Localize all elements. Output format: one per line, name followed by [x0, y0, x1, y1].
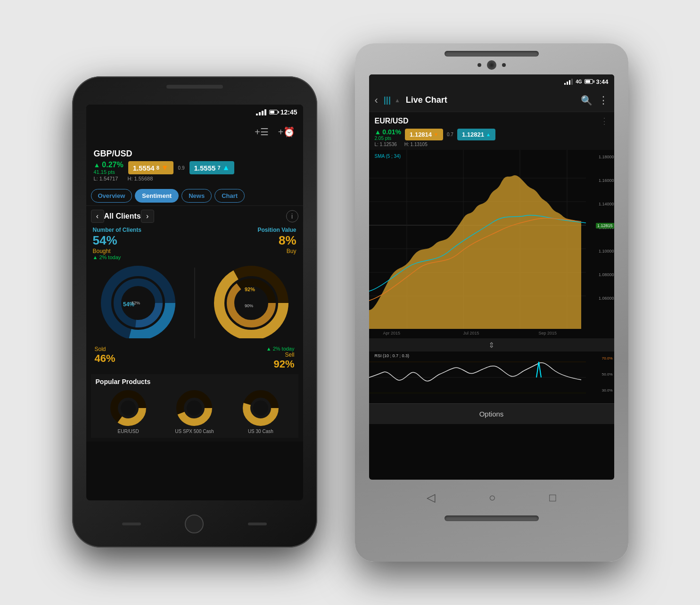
p1-buy-button[interactable]: 1.5555 7 ▲ [189, 161, 235, 174]
info-button[interactable]: i [286, 210, 298, 222]
list-item[interactable]: EUR/USD [109, 389, 147, 434]
sell-label: Sell [266, 352, 295, 358]
p1-topbar: +☰ +⏰ [86, 120, 303, 144]
buy-arrow-icon: ▲ [222, 164, 230, 172]
svg-text:92%: 92% [245, 286, 255, 292]
p2-toolbar: ‹ ||| ▲ Live Chart 🔍 ⋮ [369, 89, 614, 112]
search-icon[interactable]: 🔍 [581, 95, 593, 106]
eurusd-donut [109, 389, 147, 427]
back-nav-icon[interactable]: ◁ [427, 491, 435, 504]
battery-fill [270, 111, 275, 114]
pp-title: Popular Products [96, 378, 294, 385]
battery-icon [269, 110, 278, 114]
p2-options-bar[interactable]: Options [369, 403, 614, 424]
phone2-device: 4G 3:44 ‹ ||| ▲ Live Chart 🔍 ⋮ EUR/USD ⋮ [355, 43, 628, 562]
p2-up-arrow-icon: ▲ [375, 128, 381, 136]
sold-pct: 46% [95, 352, 115, 365]
camera-row [478, 60, 506, 70]
signal-bars [256, 109, 266, 115]
p2-toolbar-title: Live Chart [406, 95, 575, 105]
up-arrow-icon: ▲ [94, 161, 100, 169]
p2-time: 3:44 [596, 78, 608, 85]
date-label-sep: Sep 2015 [539, 331, 557, 335]
donuts-container: 54% 52% 92% 90 [91, 263, 298, 343]
back-icon[interactable]: ‹ [375, 94, 378, 106]
speaker-bottom [445, 515, 539, 521]
buy-label: Buy [257, 248, 296, 254]
p2-prices: ▲ 0.01% 2.05 pts 1.12814 ▼ 0.7 1.12821 [375, 128, 609, 141]
sentiment-header: ‹ All Clients › i [91, 210, 298, 223]
svg-point-14 [121, 401, 136, 416]
sold-group: Sold 46% [95, 346, 115, 370]
home-button[interactable] [185, 515, 204, 533]
buy-pct: 8% [257, 233, 296, 248]
tab-sentiment[interactable]: Sentiment [135, 189, 179, 203]
sell-arrow-icon: ▼ [161, 164, 169, 172]
position-value-label: Position Value [257, 227, 296, 233]
recents-nav-icon[interactable]: □ [549, 491, 556, 504]
p2-spread: 0.7 [447, 132, 453, 137]
sell-group: ▲ 2% today Sell 92% [266, 346, 295, 370]
p2-instrument-bar: EUR/USD ⋮ ▲ 0.01% 2.05 pts 1.12814 ▼ [369, 112, 614, 150]
p2-battery [585, 79, 593, 84]
position-donut: 92% 90% [209, 263, 294, 338]
spx500-donut [175, 389, 213, 427]
phone2-navbar: ◁ ○ □ [362, 483, 621, 512]
bought-label: Bought [93, 248, 141, 254]
p2-rsi-divider: ⇕ [369, 338, 614, 352]
p1-change-pts: 41.15 pts [94, 169, 124, 175]
bar3 [262, 111, 264, 115]
p2-chart-area: Apr 2015 Jul 2015 Sep 2015 1.18000 1.160… [369, 150, 614, 338]
pp-items: EUR/USD US SPX 500 Cash [96, 389, 294, 434]
list-item[interactable]: US SPX 500 Cash [175, 389, 214, 434]
p1-instrument-name: GBP/USD [94, 149, 296, 159]
num-clients-label: Number of Clients [93, 227, 141, 233]
home-nav-icon[interactable]: ○ [489, 491, 496, 504]
p2-pts: 2.05 pts [375, 136, 402, 141]
svg-point-17 [187, 401, 202, 416]
p2-high: H: 1.13105 [404, 142, 428, 147]
sell-pct: 92% [266, 358, 295, 370]
p2-more-icon[interactable]: ⋮ [600, 116, 609, 126]
tab-news[interactable]: News [181, 189, 212, 203]
bar1 [256, 114, 258, 115]
phone1-nav-buttons [72, 505, 317, 543]
date-label-apr: Apr 2015 [383, 331, 401, 335]
popular-products-section: Popular Products EUR/USD [91, 374, 298, 438]
add-alarm-icon[interactable]: +⏰ [278, 126, 296, 138]
more-menu-icon[interactable]: ⋮ [598, 94, 609, 106]
bottom-metrics: Sold 46% ▲ 2% today Sell 92% [91, 345, 298, 371]
recent-apps-button[interactable] [122, 523, 141, 525]
p2-sell-button[interactable]: 1.12814 ▼ [405, 129, 443, 140]
tab-chart[interactable]: Chart [214, 189, 245, 203]
p1-prices-row: ▲ 0.27% 41.15 pts 1.5554 8 ▼ 0.9 1. [94, 161, 296, 175]
p2-buy-arrow-icon: ▲ [486, 132, 491, 137]
p2-buy-button[interactable]: 1.12821 ▲ [457, 129, 495, 140]
back-button[interactable] [248, 523, 267, 525]
prev-button[interactable]: ‹ [91, 210, 104, 223]
num-clients-group: Number of Clients 54% Bought ▲ 2% today [93, 227, 141, 260]
p2-change: ▲ 0.01% 2.05 pts [375, 128, 402, 141]
tab-overview[interactable]: Overview [91, 189, 132, 203]
list-item[interactable]: US 30 Cash [242, 389, 280, 434]
resize-handle-icon[interactable]: ⇕ [488, 341, 494, 350]
p1-instrument-header: GBP/USD ▲ 0.27% 41.15 pts 1.5554 8 ▼ [86, 144, 303, 186]
p1-low-high: L: 1.54717 H: 1.55688 [94, 175, 296, 182]
phone2-screen: 4G 3:44 ‹ ||| ▲ Live Chart 🔍 ⋮ EUR/USD ⋮ [369, 74, 614, 480]
p1-sentiment-section: ‹ All Clients › i Number of Clients 54% … [86, 206, 303, 441]
p2-low-high: L: 1.12536 H: 1.13105 [375, 142, 609, 147]
p1-sell-button[interactable]: 1.5554 8 ▼ [128, 161, 173, 174]
p1-change-pct: ▲ 0.27% [94, 161, 124, 169]
p1-tabs: Overview Sentiment News Chart [86, 186, 303, 206]
bar2 [259, 112, 261, 115]
p2-statusbar: 4G 3:44 [369, 74, 614, 89]
p2-change-pct: ▲ 0.01% [375, 128, 402, 136]
next-button[interactable]: › [141, 210, 154, 223]
options-label: Options [479, 410, 504, 418]
chart-triangle-icon: ▲ [395, 97, 400, 104]
speaker-top [445, 51, 539, 57]
add-list-icon[interactable]: +☰ [255, 126, 269, 138]
camera-icon [487, 60, 496, 70]
p2-battery-fill [585, 80, 590, 83]
metrics-labels: Number of Clients 54% Bought ▲ 2% today … [91, 227, 298, 261]
